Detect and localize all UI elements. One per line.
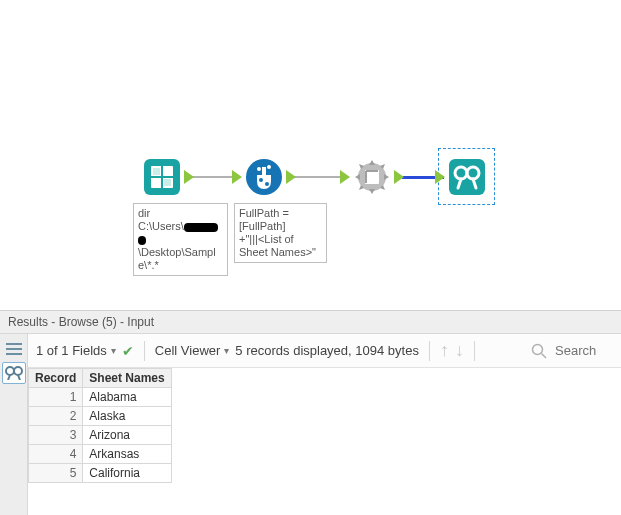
nav-up-button[interactable]: ↑ — [440, 340, 449, 361]
svg-point-23 — [6, 367, 14, 375]
output-port[interactable] — [286, 170, 296, 184]
svg-rect-13 — [365, 170, 379, 184]
table-row: 2Alaska — [29, 407, 172, 426]
svg-point-11 — [265, 182, 269, 186]
svg-point-9 — [267, 165, 271, 169]
records-status: 5 records displayed, 1094 bytes — [235, 343, 419, 358]
svg-point-24 — [14, 367, 22, 375]
svg-rect-7 — [262, 167, 266, 175]
fields-dropdown[interactable]: 1 of 1 Fields ▾ — [36, 343, 116, 358]
chevron-down-icon: ▾ — [224, 345, 229, 356]
results-grid[interactable]: Record Sheet Names 1Alabama 2Alaska 3Ari… — [28, 368, 621, 515]
separator — [429, 341, 430, 361]
chevron-down-icon: ▾ — [111, 345, 116, 356]
svg-rect-21 — [6, 348, 22, 350]
results-toolbar: 1 of 1 Fields ▾ ✔ Cell Viewer ▾ 5 record… — [28, 334, 621, 368]
directory-tool[interactable] — [140, 155, 184, 199]
svg-point-27 — [533, 344, 543, 354]
input-port[interactable] — [340, 170, 350, 184]
workflow-canvas[interactable]: dir C:\Users\ \Desktop\Sampl e\*.* FullP… — [0, 0, 621, 310]
browse-tool[interactable] — [445, 155, 489, 199]
input-port[interactable] — [232, 170, 242, 184]
view-list-button[interactable] — [2, 338, 26, 360]
svg-line-26 — [18, 375, 20, 380]
output-port[interactable] — [394, 170, 404, 184]
directory-tool-annotation: dir C:\Users\ \Desktop\Sampl e\*.* — [133, 203, 228, 276]
search-icon — [531, 343, 547, 359]
results-header: Results - Browse (5) - Input — [0, 311, 621, 334]
separator — [144, 341, 145, 361]
results-panel: Results - Browse (5) - Input — [0, 310, 621, 515]
view-browse-button[interactable] — [2, 362, 26, 384]
svg-rect-22 — [6, 353, 22, 355]
formula-tool-annotation: FullPath = [FullPath] +"|||<List of Shee… — [234, 203, 327, 263]
table-row: 1Alabama — [29, 388, 172, 407]
input-port[interactable] — [435, 170, 445, 184]
checkmark-icon: ✔ — [122, 343, 134, 359]
svg-line-25 — [8, 375, 10, 380]
svg-rect-20 — [6, 343, 22, 345]
column-header-record[interactable]: Record — [29, 369, 83, 388]
nav-down-button[interactable]: ↓ — [455, 340, 464, 361]
formula-tool[interactable] — [242, 155, 286, 199]
redacted-text — [184, 223, 218, 232]
svg-rect-4 — [153, 168, 160, 175]
separator — [474, 341, 475, 361]
table-row: 4Arkansas — [29, 445, 172, 464]
dynamic-input-tool[interactable] — [350, 155, 394, 199]
output-port[interactable] — [184, 170, 194, 184]
view-switcher — [0, 334, 28, 515]
cell-viewer-dropdown[interactable]: Cell Viewer ▾ — [155, 343, 230, 358]
table-row: 3Arizona — [29, 426, 172, 445]
redacted-text — [138, 236, 146, 245]
table-row: 5California — [29, 464, 172, 483]
svg-point-10 — [259, 178, 263, 182]
svg-rect-5 — [164, 179, 171, 186]
column-header-sheet-names[interactable]: Sheet Names — [83, 369, 171, 388]
svg-point-8 — [257, 167, 261, 171]
svg-line-28 — [542, 353, 547, 358]
search-input[interactable] — [553, 342, 613, 359]
